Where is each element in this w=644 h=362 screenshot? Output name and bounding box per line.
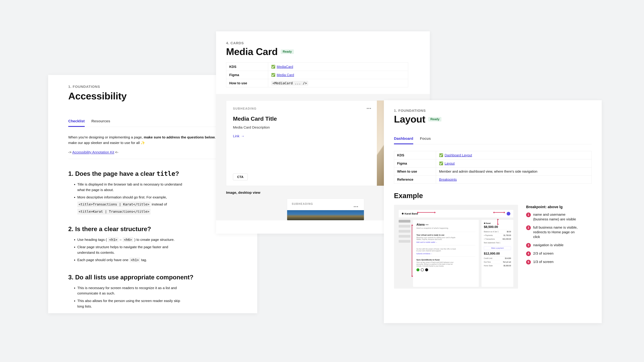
block-link: Add card to mobile wallet → [416, 241, 476, 243]
eyebrow: 1. FOUNDATIONS [394, 109, 592, 113]
content-block: Go live with the power of Karat. Use thi… [416, 245, 476, 257]
user-name: Alana — [416, 223, 476, 226]
media-card-left: SUBHEADING ••• [287, 199, 364, 210]
media-card-link[interactable]: Link → [233, 134, 370, 138]
integration-icons [416, 268, 476, 271]
block-desc: Go live with the power of Karat. Use thi… [416, 248, 457, 252]
user-sub: Here's a snapshot of what's happening. [416, 227, 476, 229]
quickbooks-icon [416, 268, 420, 271]
table-row: Reference Breakpoints [394, 176, 592, 184]
q1-list: Title is displayed in the browser tab an… [68, 182, 237, 215]
q2-list: Use heading tags ( <h1> – <h6> ) to crea… [68, 237, 237, 263]
bp-text: name and username (business name) are vi… [533, 212, 582, 222]
row-value: $5,000.00 [504, 265, 511, 267]
table-row: Due NowNot yet set [484, 260, 511, 264]
example-row: ✱ Karat Band Alana — Her [394, 205, 592, 289]
code-snippet: <MediaCard ... /> [271, 81, 308, 85]
code-snippet: <h1> [108, 237, 118, 242]
tab-focus[interactable]: Focus [420, 134, 431, 144]
row-label: Home State [484, 265, 493, 267]
bp-text: 1/3 of screen [533, 259, 554, 265]
media-card-preview-mobile: SUBHEADING ••• [287, 199, 364, 220]
figma-link[interactable]: Layout [444, 162, 455, 165]
block-link: trykarat.com/alana → [416, 253, 476, 255]
row-label: Credit Limit [484, 257, 492, 259]
check-icon: ✅ [439, 162, 443, 165]
q3-list: This is necessary for screen readers to … [68, 285, 237, 309]
code-snippet: <h1> [130, 258, 140, 262]
nav-item [399, 230, 410, 233]
q2-i0-a: Use heading tags ( [77, 238, 108, 242]
layout-panel: 1. FOUNDATIONS Layout Ready Dashboard Fo… [384, 100, 602, 323]
subheading-label: SUBHEADING [292, 202, 359, 205]
measure-arrow-icon [417, 212, 436, 215]
eyebrow: 4. CARDS [226, 41, 420, 45]
row-value: $14,000 [505, 257, 511, 259]
block-desc: Maximize your rewards by adding your car… [416, 237, 457, 240]
measure-arrow-icon [493, 212, 505, 215]
kds-link[interactable]: MediaCard [277, 65, 293, 68]
table-row: KDS ✅Dashboard Layout [394, 151, 592, 159]
question-2: 2. Is there a clear structure? [68, 226, 237, 233]
page-title: Accessibility [68, 90, 237, 102]
main-column: Alana — Here's a snapshot of what's happ… [413, 220, 479, 287]
subheading-label: SUBHEADING [233, 107, 370, 110]
table-row: Balance as of Jan 1$0.00 [484, 230, 511, 233]
table-row: KDS ✅MediaCard [226, 63, 408, 71]
tab-checklist[interactable]: Checklist [68, 117, 85, 127]
status-badge: Ready [281, 49, 294, 54]
title-row: Layout Ready [394, 114, 592, 124]
table-row: When to use Member and admin dashboard v… [394, 168, 592, 176]
annotation-kit-row: -> Accessibility Annotation Kit <- [68, 150, 237, 159]
code-snippet: <h6> [122, 237, 133, 242]
sidebar-nav [399, 220, 410, 287]
meta-value: ✅MediaCard [268, 63, 408, 71]
annotation-kit-link[interactable]: Accessibility Annotation Kit [72, 150, 114, 154]
more-icon[interactable]: ••• [354, 204, 358, 209]
tabs: Dashboard Focus [394, 134, 592, 144]
block-title: Sync QuickBooks to Karat [416, 259, 476, 261]
table-row: How to use <MediaCard ... /> [226, 79, 408, 87]
content-block: Your virtual card is ready to use Maximi… [416, 232, 476, 245]
meta-label: When to use [394, 168, 436, 176]
figma-link[interactable]: Media Card [277, 73, 294, 77]
row-label: + Payments [484, 234, 493, 236]
avatar [507, 212, 510, 216]
arrow-right-icon: → [241, 134, 245, 138]
question-3: 3. Do all lists use appropriate componen… [68, 274, 237, 281]
tab-dashboard[interactable]: Dashboard [394, 134, 413, 144]
meta-table: KDS ✅Dashboard Layout Figma ✅Layout When… [394, 151, 592, 184]
cta-button[interactable]: CTA [233, 174, 248, 180]
reference-link[interactable]: Breakpoints [439, 178, 457, 181]
list-item: 1name and username (business name) are v… [526, 212, 582, 222]
q2-i0-b: ) to create page structure. [133, 238, 174, 242]
topbar-right [493, 212, 510, 216]
nav-item [399, 220, 410, 223]
more-icon[interactable]: ••• [366, 106, 372, 111]
meta-label: How to use [226, 79, 268, 87]
check-icon: ✅ [271, 73, 276, 77]
breakpoint-list: Breakpoint: above lg 1name and username … [526, 205, 592, 268]
tab-resources[interactable]: Resources [92, 117, 110, 127]
media-card-title: Media Card Title [233, 115, 370, 122]
step-number-icon: 2 [526, 225, 531, 230]
page-title: Media Card [226, 47, 278, 56]
amount: $12,000.00 [484, 252, 511, 255]
table-row: Figma ✅Layout [394, 159, 592, 168]
list-item: More descriptive information should go f… [77, 195, 185, 215]
meta-label: Reference [394, 176, 436, 184]
kds-link[interactable]: Dashboard Layout [444, 153, 472, 157]
meta-table: KDS ✅MediaCard Figma ✅Media Card How to … [226, 62, 408, 87]
table-row: + Payments$1,700.00 [484, 233, 511, 237]
bp-text: 2/3 of screen [533, 251, 554, 256]
meta-value: Breakpoints [436, 176, 592, 184]
meta-label: Figma [226, 71, 268, 79]
page-title: Layout [394, 114, 425, 124]
table-row: Next statement: Feb 1 [484, 241, 511, 245]
row-label: Next statement: Feb 1 [484, 242, 500, 244]
media-card-image [287, 210, 364, 220]
q1-a: 1. Does the page have a clear [68, 170, 156, 177]
q1-c: ? [175, 170, 179, 177]
title-row: Media Card Ready [226, 47, 420, 56]
intro-text: When you're designing or implementing a … [68, 135, 237, 145]
